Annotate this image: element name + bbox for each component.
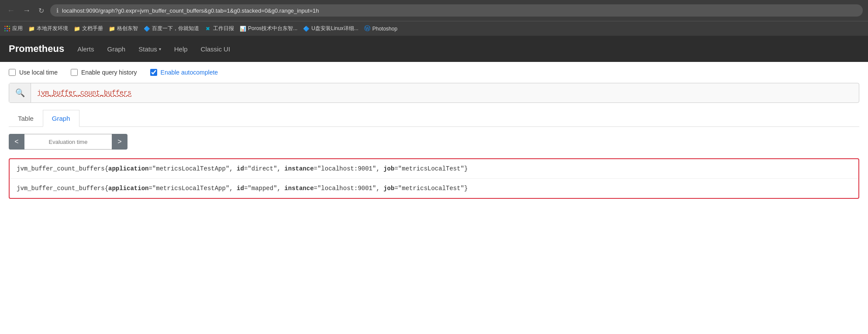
- search-icon-box: 🔍: [9, 83, 31, 102]
- enable-autocomplete-checkbox[interactable]: [150, 69, 157, 76]
- bookmark-poros-label: Poros技术中台东智...: [248, 25, 297, 32]
- bookmark-poros[interactable]: 📊 Poros技术中台东智...: [239, 25, 297, 32]
- nav-alerts[interactable]: Alerts: [77, 44, 94, 55]
- bookmark-docs-label: 文档手册: [82, 25, 103, 32]
- bookmark-apps-label: 应用: [12, 25, 23, 32]
- enable-autocomplete-label: Enable autocomplete: [161, 69, 218, 76]
- url-text: localhost:9090/graph?g0.expr=jvm_buffer_…: [62, 7, 319, 14]
- nav-help[interactable]: Help: [174, 44, 188, 55]
- eval-time-input[interactable]: [24, 134, 112, 150]
- label-key-job-1: job: [383, 165, 394, 172]
- address-bar[interactable]: ℹ localhost:9090/graph?g0.expr=jvm_buffe…: [50, 4, 863, 17]
- photoshop-icon: Ⓦ: [364, 25, 371, 32]
- chevron-down-icon: ▾: [159, 47, 161, 51]
- bookmark-baidu-label: 百度一下，你就知道: [152, 25, 199, 32]
- folder-icon-2: 📁: [73, 25, 80, 32]
- tab-table[interactable]: Table: [9, 110, 43, 126]
- bookmark-gege-label: 格创东智: [117, 25, 138, 32]
- use-local-time-option[interactable]: Use local time: [9, 69, 58, 76]
- browser-chrome: ← → ↻ ℹ localhost:9090/graph?g0.expr=jvm…: [0, 0, 868, 21]
- folder-icon: 📁: [28, 25, 35, 32]
- bookmark-baidu[interactable]: 🔷 百度一下，你就知道: [143, 25, 199, 32]
- bookmark-docs[interactable]: 📁 文档手册: [73, 25, 103, 32]
- bookmark-udisk-label: U盘安装Linux详细...: [311, 25, 358, 32]
- results-container: jvm_buffer_count_buffers{application="me…: [9, 158, 859, 199]
- nav-classic-ui[interactable]: Classic UI: [201, 44, 231, 55]
- bookmark-local-env-label: 本地开发环境: [37, 25, 68, 32]
- main-content: Use local time Enable query history Enab…: [0, 62, 868, 206]
- use-local-time-checkbox[interactable]: [9, 69, 16, 76]
- metric-name-2: jvm_buffer_count_buffers{: [17, 185, 108, 192]
- nav-brand: Prometheus: [9, 43, 64, 55]
- enable-query-history-option[interactable]: Enable query history: [71, 69, 137, 76]
- nav-status[interactable]: Status ▾: [138, 45, 161, 53]
- search-icon: 🔍: [15, 88, 25, 98]
- table-row: jvm_buffer_count_buffers{application="me…: [10, 159, 858, 179]
- label-key-instance-1: instance: [284, 165, 313, 172]
- eval-time-row: < >: [9, 134, 859, 150]
- search-bar: 🔍: [9, 83, 859, 103]
- bookmark-apps[interactable]: 应用: [4, 25, 23, 32]
- bookmark-worklog[interactable]: ✖ 工作日报: [204, 25, 234, 32]
- label-key-instance-2: instance: [284, 185, 313, 192]
- nav-bar: Prometheus Alerts Graph Status ▾ Help Cl…: [0, 36, 868, 62]
- baidu-icon: 🔷: [143, 25, 150, 32]
- bookmarks-bar: 应用 📁 本地开发环境 📁 文档手册 📁 格创东智 🔷 百度一下，你就知道 ✖ …: [0, 21, 868, 36]
- label-key-id-2: id: [237, 185, 244, 192]
- bookmark-photoshop-label: Photoshop: [372, 26, 397, 32]
- eval-next-button[interactable]: >: [112, 134, 127, 150]
- nav-graph[interactable]: Graph: [107, 44, 126, 55]
- bookmark-worklog-label: 工作日报: [213, 25, 234, 32]
- enable-query-history-checkbox[interactable]: [71, 69, 78, 76]
- eval-prev-button[interactable]: <: [9, 134, 24, 150]
- bookmark-gege[interactable]: 📁 格创东智: [108, 25, 138, 32]
- enable-autocomplete-option[interactable]: Enable autocomplete: [150, 69, 218, 76]
- enable-query-history-label: Enable query history: [81, 69, 137, 76]
- label-key-app-2: application: [108, 185, 148, 192]
- udisk-icon: 🔷: [303, 25, 310, 32]
- folder-icon-3: 📁: [108, 25, 115, 32]
- bookmark-udisk[interactable]: 🔷 U盘安装Linux详细...: [303, 25, 358, 32]
- worklog-icon: ✖: [204, 25, 211, 32]
- forward-button[interactable]: →: [21, 4, 32, 17]
- use-local-time-label: Use local time: [19, 69, 58, 76]
- back-button[interactable]: ←: [5, 4, 17, 17]
- refresh-button[interactable]: ↻: [37, 5, 46, 17]
- label-key-app-1: application: [108, 165, 148, 172]
- label-key-job-2: job: [383, 185, 394, 192]
- info-icon: ℹ: [56, 7, 59, 14]
- bookmark-photoshop[interactable]: Ⓦ Photoshop: [364, 25, 397, 32]
- apps-grid-icon: [4, 26, 10, 32]
- tabs-row: Table Graph: [9, 110, 859, 127]
- search-input[interactable]: [31, 86, 859, 100]
- tab-graph[interactable]: Graph: [43, 110, 79, 127]
- bookmark-local-env[interactable]: 📁 本地开发环境: [28, 25, 68, 32]
- nav-status-label: Status: [138, 45, 157, 53]
- options-row: Use local time Enable query history Enab…: [9, 69, 859, 76]
- metric-name-1: jvm_buffer_count_buffers{: [17, 165, 108, 172]
- table-row-2: jvm_buffer_count_buffers{application="me…: [10, 179, 858, 198]
- poros-icon: 📊: [239, 25, 246, 32]
- label-key-id-1: id: [237, 165, 244, 172]
